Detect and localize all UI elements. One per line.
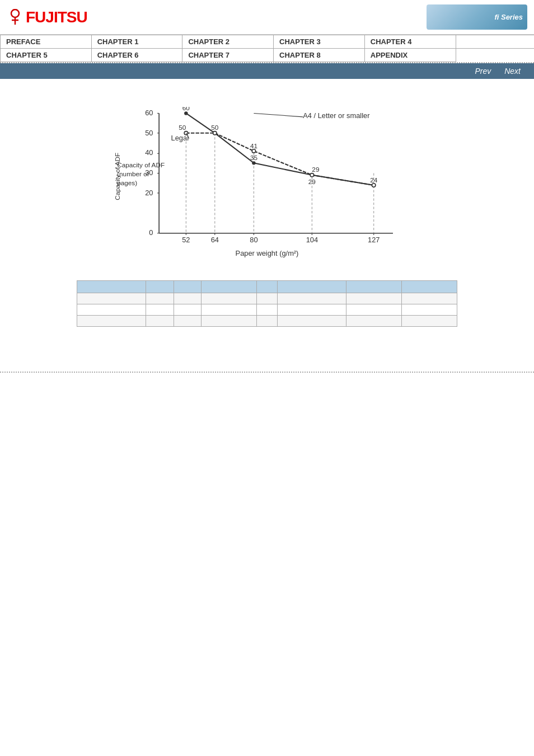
- nav-empty3: [456, 49, 489, 62]
- page-header: FUJITSU fi Series: [0, 0, 534, 35]
- svg-text:40: 40: [145, 148, 153, 157]
- svg-text:Legal: Legal: [171, 134, 189, 142]
- nav-chapter2[interactable]: CHAPTER 2: [182, 35, 274, 49]
- table-row1-3: [202, 293, 257, 304]
- table-header-6: [346, 281, 402, 293]
- table-row3-5: [277, 316, 346, 327]
- nav-empty2: [489, 35, 534, 49]
- svg-text:24: 24: [370, 176, 378, 184]
- svg-text:20: 20: [145, 189, 153, 197]
- svg-point-0: [11, 10, 19, 17]
- svg-line-58: [254, 113, 303, 116]
- table-row1-1: [146, 293, 174, 304]
- table-row3-3: [202, 316, 257, 327]
- nav-chapter1[interactable]: CHAPTER 1: [91, 35, 182, 49]
- nav-chapter3[interactable]: CHAPTER 3: [274, 35, 365, 49]
- adf-capacity-chart: 0 20 30 40 50 60 Capacity of ADF Capacit…: [99, 107, 435, 264]
- table-row3-6: [346, 316, 402, 327]
- svg-text:pages): pages): [117, 179, 137, 186]
- table-row3-0: [77, 316, 146, 327]
- svg-text:50: 50: [179, 124, 186, 131]
- svg-text:Capacity of ADF: Capacity of ADF: [117, 161, 165, 168]
- svg-text:29: 29: [312, 166, 319, 173]
- svg-text:A4 / Letter or smaller: A4 / Letter or smaller: [303, 111, 370, 120]
- bottom-separator: [0, 372, 534, 373]
- nav-empty1: [456, 35, 489, 49]
- next-button[interactable]: Next: [500, 65, 525, 77]
- svg-point-45: [310, 173, 313, 177]
- svg-text:35: 35: [250, 154, 258, 161]
- table-row2-4: [256, 304, 277, 316]
- fujitsu-logo-icon: [7, 9, 24, 26]
- svg-text:50: 50: [145, 129, 153, 137]
- table-row3-4: [256, 316, 277, 327]
- svg-text:29: 29: [308, 178, 316, 185]
- svg-text:104: 104: [306, 236, 318, 244]
- table-header-0: [77, 281, 146, 293]
- table-row1-7: [402, 293, 457, 304]
- table-row2-7: [402, 304, 457, 316]
- fi-series-logo: fi Series: [427, 4, 527, 30]
- table-row2-3: [202, 304, 257, 316]
- nav-chapter5[interactable]: CHAPTER 5: [1, 49, 92, 62]
- table-row3-1: [146, 316, 174, 327]
- svg-text:52: 52: [182, 236, 190, 244]
- nav-appendix[interactable]: APPENDIX: [364, 49, 456, 62]
- svg-point-39: [252, 161, 255, 165]
- table-row1-4: [256, 293, 277, 304]
- prev-button[interactable]: Prev: [470, 65, 495, 77]
- table-row1-2: [174, 293, 201, 304]
- table-row1-5: [277, 293, 346, 304]
- nav-preface[interactable]: PREFACE: [1, 35, 92, 49]
- svg-text:(number of: (number of: [117, 170, 149, 177]
- svg-text:80: 80: [250, 236, 257, 244]
- svg-point-46: [372, 184, 376, 187]
- svg-text:0: 0: [149, 228, 153, 237]
- svg-text:60: 60: [145, 109, 153, 117]
- chart-svg: 0 20 30 40 50 60 Capacity of ADF Capacit…: [99, 107, 435, 264]
- nav-chapter4[interactable]: CHAPTER 4: [364, 35, 456, 49]
- data-table: [77, 280, 457, 327]
- main-content: 0 20 30 40 50 60 Capacity of ADF Capacit…: [0, 79, 534, 349]
- svg-text:64: 64: [211, 236, 219, 244]
- table-row1-6: [346, 293, 402, 304]
- table-header-5: [277, 281, 346, 293]
- nav-table: PREFACE CHAPTER 1 CHAPTER 2 CHAPTER 3 CH…: [0, 35, 534, 62]
- svg-point-43: [213, 132, 217, 135]
- nav-chapter8[interactable]: CHAPTER 8: [274, 49, 365, 62]
- svg-text:50: 50: [211, 124, 219, 131]
- table-row2-0: [77, 304, 146, 316]
- table-row2-5: [277, 304, 346, 316]
- table-row2-1: [146, 304, 174, 316]
- svg-point-37: [184, 111, 188, 115]
- table-row3-7: [402, 316, 457, 327]
- nav-chapter7[interactable]: CHAPTER 7: [182, 49, 274, 62]
- fujitsu-logo: FUJITSU: [7, 8, 87, 26]
- table-row1-0: [77, 293, 146, 304]
- table-row3-2: [174, 316, 201, 327]
- prev-next-bar: Prev Next: [0, 63, 534, 79]
- table-header-3: [202, 281, 257, 293]
- table-header-7: [402, 281, 457, 293]
- svg-point-44: [252, 149, 255, 153]
- table-row2-2: [174, 304, 201, 316]
- table-header-1: [146, 281, 174, 293]
- svg-text:60: 60: [182, 107, 190, 111]
- nav-chapter6[interactable]: CHAPTER 6: [91, 49, 182, 62]
- svg-text:Paper weight (g/m²): Paper weight (g/m²): [236, 249, 299, 257]
- table-header-2: [174, 281, 201, 293]
- nav-empty4: [489, 49, 534, 62]
- table-row2-6: [346, 304, 402, 316]
- svg-text:41: 41: [250, 142, 257, 149]
- svg-text:127: 127: [368, 236, 380, 244]
- table-header-4: [256, 281, 277, 293]
